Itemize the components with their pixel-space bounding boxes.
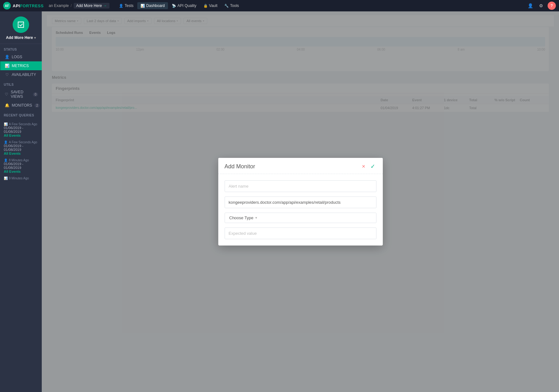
main-content: Metrics name ▾ Last 2 days of data ▾ Add… [42,11,559,392]
status-section-label: Status [0,44,42,53]
sidebar-project-name[interactable]: Add More Here ▾ [6,35,36,40]
query-icon-1: 📊 [4,122,8,126]
help-button[interactable]: ? [548,2,556,10]
url-input[interactable] [225,196,376,208]
query-icon-2: 👤 [4,140,8,144]
top-nav-right: 👤 ⚙ ? [526,2,556,10]
logo-icon: AF [3,2,11,9]
breadcrumb: an Example / Add More Here → [49,3,109,9]
logs-icon: 👤 [5,55,9,59]
modal-title: Add Monitor [225,163,255,170]
expected-value-input[interactable] [225,227,376,239]
modal-body: Choose Type ▾ [218,174,383,246]
app-logo: AF APIFORTRESS [3,2,44,9]
vault-icon: 🔒 [203,4,208,8]
nav-links: 👤 Tests 📊 Dashboard 📡 API Quality 🔒 Vaul… [116,2,526,9]
query-item-3[interactable]: 👤 8 Minutes Ago 01/06/2019 - 01/08/2019 … [0,157,42,175]
user-button[interactable]: 👤 [526,2,534,10]
query-date-3: 01/06/2019 - 01/08/2019 [4,162,38,170]
top-navigation: AF APIFORTRESS an Example / Add More Her… [0,0,559,11]
sidebar-item-logs[interactable]: 👤 LOGS [0,53,42,61]
sidebar-item-availability[interactable]: ♡ AVAILABILITY [0,70,42,79]
settings-button[interactable]: ⚙ [537,2,545,10]
breadcrumb-parent[interactable]: an Example [49,3,69,8]
app-layout: Add More Here ▾ Status 👤 LOGS 📊 METRICS … [0,0,559,392]
saved-views-icon: ♡ [5,92,8,96]
query-time-4: 📊 9 Minutes Ago [4,177,38,180]
modal-close-button[interactable]: × [361,163,367,170]
alert-name-input[interactable] [225,180,376,192]
query-item-4[interactable]: 📊 9 Minutes Ago [0,175,42,182]
nav-tools[interactable]: 🔧 Tools [221,2,242,9]
recent-queries-label: Recent Queries [0,110,42,118]
choose-type-button[interactable]: Choose Type ▾ [225,213,376,223]
api-quality-icon: 📡 [172,4,176,8]
query-item-1[interactable]: 📊 A Few Seconds Ago 01/06/2019 - 01/08/2… [0,121,42,139]
modal-overlay: Add Monitor × ✓ Choose Type ▾ [42,11,559,392]
dashboard-icon: 📊 [140,4,145,8]
modal-header: Add Monitor × ✓ [218,158,383,174]
monitors-icon: 🔔 [5,103,9,108]
saved-views-badge: 0 [33,92,38,96]
nav-api-quality[interactable]: 📡 API Quality [169,2,200,9]
sidebar-item-metrics[interactable]: 📊 METRICS [0,61,42,70]
query-icon-3: 👤 [4,159,8,162]
query-icon-4: 📊 [4,177,8,180]
sidebar-header: Add More Here ▾ [0,11,42,44]
sidebar-avatar [13,16,29,33]
nav-tests[interactable]: 👤 Tests [116,2,137,9]
chart-icon [17,21,25,29]
query-time-2: 👤 A Few Seconds Ago [4,140,38,144]
monitors-badge: 2 [34,103,40,108]
nav-vault[interactable]: 🔒 Vault [200,2,220,9]
recent-queries-list: 📊 A Few Seconds Ago 01/06/2019 - 01/08/2… [0,118,42,184]
query-item-2[interactable]: 👤 A Few Seconds Ago 01/06/2019 - 01/08/2… [0,139,42,157]
availability-icon: ♡ [5,72,9,77]
metrics-icon: 📊 [5,64,9,68]
query-type-1: All Events [4,134,38,137]
breadcrumb-current[interactable]: Add More Here → [74,3,109,9]
tools-icon: 🔧 [224,4,229,8]
logo-text: APIFORTRESS [13,3,44,8]
query-time-3: 👤 8 Minutes Ago [4,159,38,162]
sidebar: Add More Here ▾ Status 👤 LOGS 📊 METRICS … [0,11,42,392]
add-monitor-modal: Add Monitor × ✓ Choose Type ▾ [218,158,383,246]
utils-section-label: Utils [0,79,42,88]
choose-type-chevron: ▾ [255,216,257,220]
query-type-2: All Events [4,152,38,155]
query-date-1: 01/06/2019 - 01/08/2019 [4,126,38,134]
modal-actions: × ✓ [361,163,376,170]
nav-dashboard[interactable]: 📊 Dashboard [137,2,168,9]
breadcrumb-arrow: → [103,3,107,8]
sidebar-item-monitors[interactable]: 🔔 MONITORS 2 [0,101,42,110]
query-type-3: All Events [4,170,38,173]
modal-confirm-button[interactable]: ✓ [369,163,376,170]
sidebar-chevron: ▾ [34,36,36,40]
query-time-1: 📊 A Few Seconds Ago [4,122,38,126]
breadcrumb-separator: / [71,3,71,8]
query-date-2: 01/06/2019 - 01/08/2019 [4,144,38,152]
sidebar-item-saved-views[interactable]: ♡ SAVED VIEWS 0 [0,88,42,101]
choose-type-label: Choose Type [229,215,253,220]
tests-icon: 👤 [119,4,123,8]
